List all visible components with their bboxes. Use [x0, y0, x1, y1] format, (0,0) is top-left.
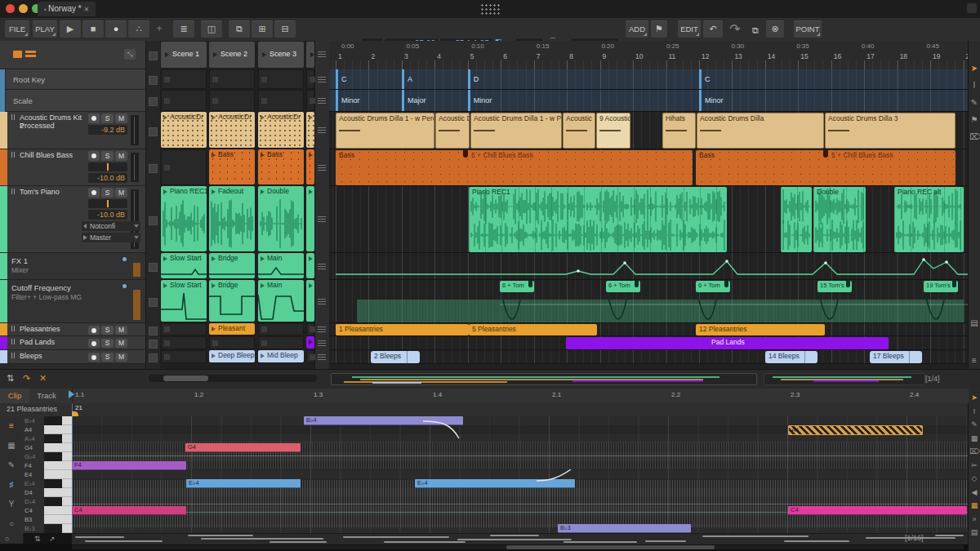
scale-marker[interactable]	[402, 90, 404, 111]
editor-zoom-label[interactable]: [1/16]	[905, 534, 924, 542]
arranger-clip-drums[interactable]: Acoustic Drums Dilla 1 - w Perc	[470, 113, 562, 149]
arranger-clip-cutoff[interactable]: 15 Tom's F	[817, 281, 852, 292]
key-marker[interactable]	[336, 69, 338, 89]
arranger-clip-piano[interactable]: Double	[813, 187, 866, 252]
menu-icon[interactable]	[318, 340, 326, 347]
snap-grid-icon[interactable]: ▦	[969, 501, 979, 509]
launcher-clip-bass[interactable]: Bass	[209, 149, 255, 184]
launcher-clip-pleasantries[interactable]: Pleasant	[209, 323, 255, 335]
track-name[interactable]: Tom's Piano	[20, 188, 87, 196]
fade-tool[interactable]: ◇	[969, 474, 979, 482]
launcher-clip-drums[interactable]	[306, 112, 314, 148]
solo-button[interactable]: S	[101, 353, 114, 362]
menu-icon[interactable]	[318, 77, 326, 83]
arm-button[interactable]	[88, 151, 100, 161]
stop-button[interactable]	[149, 97, 158, 106]
menu-icon[interactable]	[318, 299, 326, 305]
piano-key-black[interactable]	[44, 434, 62, 443]
track-name[interactable]: Chill Blues Bass	[20, 151, 87, 159]
add-display-button[interactable]: ⊞	[252, 20, 273, 38]
menu-icon[interactable]	[318, 327, 326, 333]
arranger-clip-drums[interactable]: Acoustic Drums Dilla	[697, 113, 824, 149]
draw-icon[interactable]: ✎	[5, 460, 18, 469]
fold-icon[interactable]: Y	[5, 500, 18, 509]
project-tab[interactable]: ▪ Norway * ✕	[38, 2, 96, 16]
menu-icon[interactable]	[318, 216, 326, 223]
menu-icon[interactable]	[318, 264, 326, 270]
piano-key-white[interactable]	[62, 416, 72, 425]
scale-marker[interactable]	[468, 90, 470, 111]
piano-key-white[interactable]	[44, 506, 72, 515]
close-window-button[interactable]	[6, 4, 15, 13]
scene-button[interactable]: Scene 2	[209, 42, 255, 68]
routing-select[interactable]: Master	[82, 233, 140, 242]
eraser-tool[interactable]: ⌦	[969, 132, 979, 141]
output-select[interactable]: Notconfi	[82, 221, 140, 231]
launcher-clip-cutoff[interactable]	[306, 280, 314, 322]
tab-track[interactable]: Track	[29, 389, 64, 403]
redo-button[interactable]: ↷	[725, 20, 745, 38]
scale-marker[interactable]	[699, 90, 702, 111]
arranger-clip-padlands[interactable]: Pad Lands	[566, 337, 889, 349]
clip-start-marker-label[interactable]: 21	[75, 404, 82, 411]
launcher-clip-cutoff[interactable]: Main	[258, 280, 304, 322]
audition-icon[interactable]: ◀	[969, 488, 979, 496]
volume-fader[interactable]	[88, 162, 127, 171]
stop-button[interactable]	[149, 340, 158, 349]
arranger-clip-bleeps[interactable]: 14 Bleeps	[765, 351, 817, 363]
text-tool[interactable]: I	[969, 407, 979, 415]
piano-key-white[interactable]	[44, 425, 72, 434]
arranger-clip-drums[interactable]: 9 Acoustic	[596, 113, 630, 149]
launcher-h-scrollbar-thumb[interactable]	[163, 375, 208, 381]
solo-button[interactable]: S	[101, 151, 114, 161]
velocity-bar[interactable]	[201, 538, 323, 540]
grid-icon[interactable]: ▦	[5, 441, 18, 450]
piano-key-black[interactable]	[44, 452, 62, 461]
velocity-bar[interactable]	[645, 540, 686, 542]
volume-fader[interactable]	[88, 199, 127, 208]
chevrons-icon[interactable]: »	[969, 515, 979, 523]
tab-clip[interactable]: Clip	[0, 389, 29, 403]
piano-key-white[interactable]	[44, 461, 72, 470]
menu-icon[interactable]	[318, 51, 326, 58]
solo-button[interactable]: S	[101, 188, 114, 198]
launcher-clip-piano[interactable]	[306, 186, 314, 251]
editor-clip-reference[interactable]: 21 Pleasantries	[7, 405, 57, 413]
stop-button[interactable]	[149, 263, 158, 272]
dual-display-button[interactable]: ⧉	[229, 20, 250, 38]
arm-button[interactable]	[88, 339, 100, 348]
launcher-clip-bass[interactable]: Bass	[258, 149, 304, 184]
stop-button[interactable]	[149, 76, 158, 85]
piano-key-white[interactable]	[62, 479, 72, 488]
arranger-clip-drums[interactable]: Acoustic D	[435, 113, 470, 149]
midi-note[interactable]: C4	[788, 506, 967, 515]
arranger-clip-drums[interactable]: Acoustic Drums Dilla 3	[825, 113, 956, 149]
launcher-clip-cutoff[interactable]: Slow Start	[161, 280, 207, 322]
clipboard-icon[interactable]: ▤	[969, 318, 979, 327]
fader-handle[interactable]	[107, 200, 109, 207]
launcher-clip-bass[interactable]	[306, 149, 314, 184]
fit-vertical-icon[interactable]: ⇅	[34, 535, 41, 543]
add-track-button[interactable]: ADD	[626, 20, 648, 38]
mute-button[interactable]: M	[115, 353, 127, 362]
record-quantize-icon[interactable]: ○	[5, 535, 9, 543]
arranger-clip-bass[interactable]: Bass5 + Chill Blues Bass	[336, 150, 693, 185]
tab-close-icon[interactable]: ✕	[83, 6, 89, 13]
loop-back-icon[interactable]: ↷	[23, 373, 30, 384]
play-menu-button[interactable]: PLAY	[33, 20, 57, 38]
scene-button[interactable]: Scene 3	[258, 42, 304, 68]
launcher-clip-piano[interactable]: Double	[258, 186, 304, 251]
record-button[interactable]: ●	[105, 20, 127, 38]
velocity-bar[interactable]	[188, 535, 253, 536]
pen-tool[interactable]: ✎	[969, 98, 979, 107]
arranger-clip-bleeps[interactable]: 2 Bleeps	[371, 351, 420, 363]
launcher-clip-padlands[interactable]	[306, 336, 314, 349]
piano-key-black[interactable]	[44, 416, 62, 425]
stop-button[interactable]	[149, 216, 158, 225]
mixer-display-button[interactable]: ⊟	[274, 20, 296, 38]
add-button-small[interactable]: +	[152, 20, 167, 38]
stop-button[interactable]	[149, 127, 158, 136]
stop-button[interactable]	[149, 51, 158, 60]
midi-note[interactable]: B♭4	[304, 416, 463, 425]
editor-ruler[interactable]	[72, 389, 969, 403]
